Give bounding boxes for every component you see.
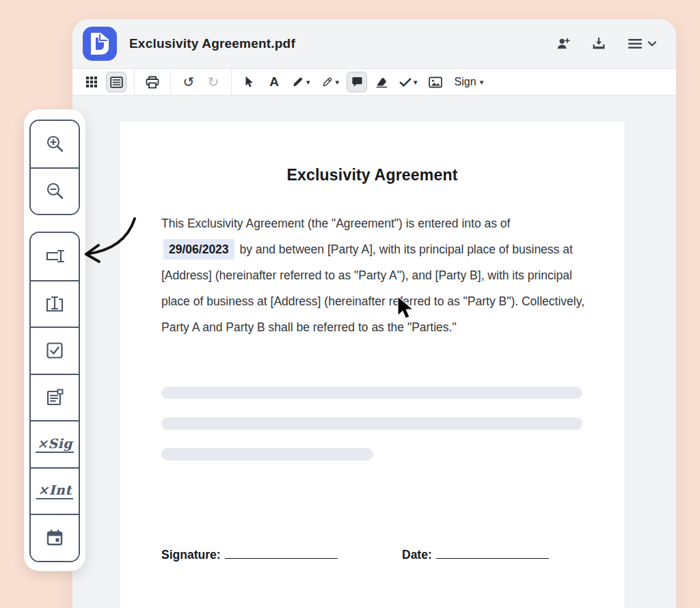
check-tool-button[interactable]: ▾: [396, 72, 421, 92]
menu-icon: [627, 37, 643, 51]
initials-field-button[interactable]: ×Int: [31, 467, 79, 514]
chevron-down-icon: [647, 40, 657, 47]
signature-script-icon: ×Sig: [36, 436, 74, 453]
signature-field-button[interactable]: ×Sig: [31, 420, 79, 467]
undo-icon: ↺: [183, 75, 195, 89]
placeholder-bar: [161, 448, 373, 460]
field-tool-group: ×Sig ×Int: [29, 232, 80, 562]
checkbox-field-button[interactable]: [31, 327, 79, 374]
cursor-icon: [245, 76, 255, 89]
add-user-button[interactable]: [554, 35, 572, 53]
grid-icon: [85, 76, 98, 88]
fields-side-toolbar: ×Sig ×Int: [24, 109, 85, 571]
date-field-icon: [45, 528, 64, 547]
zoom-tool-group: [29, 120, 80, 215]
zoom-in-button[interactable]: [31, 121, 79, 167]
text-field-button[interactable]: [31, 233, 79, 280]
toolbar-separator: [170, 69, 171, 95]
menu-button[interactable]: [625, 36, 658, 52]
list-view-icon: [110, 77, 123, 88]
placeholder-bar: [161, 417, 582, 430]
text-box-icon: [44, 294, 66, 314]
form-field-button[interactable]: [31, 374, 79, 421]
date-line[interactable]: [436, 549, 549, 559]
date-field-button[interactable]: [31, 514, 79, 561]
checkbox-icon: [45, 341, 64, 360]
toolbar-separator: [231, 69, 232, 95]
print-button[interactable]: [142, 72, 163, 92]
eraser-icon: [375, 76, 388, 88]
undo-button[interactable]: ↺: [178, 72, 199, 92]
caret-down-icon: ▾: [306, 79, 310, 86]
comment-icon: [351, 76, 364, 89]
redo-icon: ↻: [208, 75, 219, 89]
placeholder-bar: [161, 387, 582, 399]
sign-label: Sign: [453, 76, 478, 88]
date-block: Date:: [402, 548, 549, 562]
highlighter-tool-button[interactable]: ▾: [318, 72, 343, 92]
agreement-paragraph: This Exclusivity Agreement (the "Agreeme…: [161, 210, 585, 340]
comment-tool-button[interactable]: [347, 72, 367, 92]
add-user-icon: [556, 36, 571, 51]
toolbar-separator: [134, 69, 135, 95]
form-field-icon: [44, 387, 65, 408]
editing-toolbar: ↺ ↻ A ▾: [72, 68, 676, 96]
pen-tool-button[interactable]: ▾: [288, 72, 314, 92]
text-field-icon: [43, 247, 66, 265]
desktop-background: Exclusivity Agreement.pdf: [0, 0, 700, 608]
redo-button[interactable]: ↻: [203, 72, 224, 92]
window-header: Exclusivity Agreement.pdf: [72, 19, 676, 68]
download-button[interactable]: [590, 35, 608, 53]
signature-block: Signature:: [161, 548, 338, 562]
signature-line[interactable]: [225, 549, 338, 559]
app-window: Exclusivity Agreement.pdf: [72, 19, 676, 608]
dochub-d-icon: [90, 33, 110, 55]
check-icon: [399, 77, 412, 87]
caret-down-icon: ▾: [336, 79, 340, 86]
list-view-button[interactable]: [106, 72, 126, 92]
text-box-button[interactable]: [31, 280, 79, 327]
sign-tool-button[interactable]: Sign ▾: [450, 72, 487, 92]
document-heading: Exclusivity Agreement: [120, 166, 624, 184]
app-logo: [83, 27, 117, 61]
document-viewport: Exclusivity Agreement This Exclusivity A…: [72, 96, 676, 608]
signature-label: Signature:: [161, 548, 221, 562]
download-icon: [591, 36, 606, 51]
caret-down-icon: ▾: [414, 79, 418, 86]
image-tool-button[interactable]: [425, 72, 446, 92]
paragraph-text-before: This Exclusivity Agreement (the "Agreeme…: [161, 217, 510, 230]
grid-view-button[interactable]: [81, 72, 102, 92]
file-title: Exclusivity Agreement.pdf: [129, 36, 554, 51]
date-label: Date:: [402, 548, 432, 562]
highlighter-icon: [321, 76, 334, 88]
text-tool-icon: A: [269, 74, 279, 89]
select-cursor-button[interactable]: [239, 72, 260, 92]
zoom-out-button[interactable]: [31, 167, 79, 214]
text-tool-button[interactable]: A: [264, 72, 284, 92]
date-field-value[interactable]: 29/06/2023: [163, 239, 234, 260]
pdf-page[interactable]: Exclusivity Agreement This Exclusivity A…: [120, 122, 624, 608]
initials-script-icon: ×Int: [36, 482, 72, 499]
pen-icon: [292, 76, 304, 88]
image-icon: [429, 77, 442, 88]
printer-icon: [146, 76, 159, 89]
eraser-tool-button[interactable]: [371, 72, 392, 92]
zoom-out-icon: [44, 181, 65, 202]
caret-down-icon: ▾: [480, 79, 484, 86]
header-actions: [554, 35, 658, 53]
zoom-in-icon: [44, 134, 65, 154]
